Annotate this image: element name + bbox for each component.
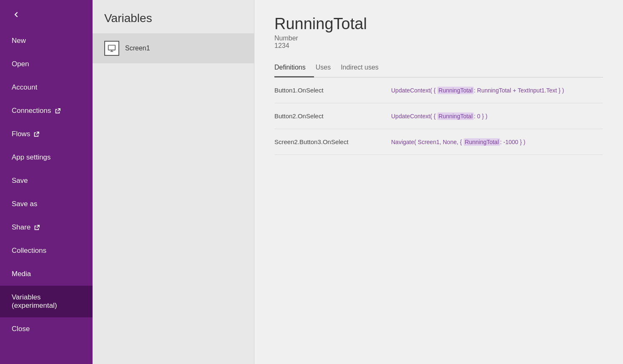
screen-item[interactable]: Screen1 — [93, 33, 254, 63]
panel-title: Variables — [93, 0, 254, 33]
sidebar-item-close[interactable]: Close — [0, 317, 93, 341]
formula-cell: UpdateContext( { RunningTotal: 0 } ) — [391, 103, 603, 129]
sidebar-item-label: Flows — [12, 130, 30, 138]
external-link-icon — [55, 108, 60, 114]
variable-type: Number — [274, 35, 603, 42]
control-name: Screen2.Button3.OnSelect — [274, 129, 391, 155]
screen-icon — [104, 41, 119, 56]
svg-rect-0 — [108, 45, 116, 50]
sidebar-item-save[interactable]: Save — [0, 169, 93, 192]
sidebar-item-label: Open — [12, 60, 29, 68]
external-link-icon — [33, 131, 39, 137]
tab-indirect-uses[interactable]: Indirect uses — [339, 60, 387, 77]
sidebar-item-label: Close — [12, 325, 30, 333]
variable-name: RunningTotal — [274, 15, 603, 33]
sidebar-item-connections[interactable]: Connections — [0, 99, 93, 122]
sidebar-item-open[interactable]: Open — [0, 52, 93, 76]
sidebar-item-label: Share — [12, 223, 30, 232]
control-name: Button1.OnSelect — [274, 77, 391, 103]
tabs: Definitions Uses Indirect uses — [274, 60, 603, 77]
formula-link[interactable]: Navigate( Screen1, None, { RunningTotal:… — [391, 138, 525, 146]
sidebar-item-label: Save as — [12, 200, 37, 208]
external-link-icon — [34, 224, 40, 230]
control-name: Button2.OnSelect — [274, 103, 391, 129]
variable-value: 1234 — [274, 42, 603, 50]
formula-cell: Navigate( Screen1, None, { RunningTotal:… — [391, 129, 603, 155]
sidebar-item-label: Collections — [12, 247, 46, 255]
sidebar-item-share[interactable]: Share — [0, 216, 93, 239]
table-row: Button1.OnSelect UpdateContext( { Runnin… — [274, 77, 603, 103]
table-row: Button2.OnSelect UpdateContext( { Runnin… — [274, 103, 603, 129]
formula-link[interactable]: UpdateContext( { RunningTotal: RunningTo… — [391, 87, 564, 94]
screen-label: Screen1 — [125, 45, 150, 52]
formula-link[interactable]: UpdateContext( { RunningTotal: 0 } ) — [391, 112, 487, 120]
formula-cell: UpdateContext( { RunningTotal: RunningTo… — [391, 77, 603, 103]
sidebar-item-label: Save — [12, 177, 28, 185]
sidebar-item-new[interactable]: New — [0, 29, 93, 52]
tab-uses[interactable]: Uses — [314, 60, 339, 77]
sidebar-item-label: Account — [12, 83, 37, 92]
table-row: Screen2.Button3.OnSelect Navigate( Scree… — [274, 129, 603, 155]
sidebar-item-label: App settings — [12, 153, 51, 162]
sidebar-item-flows[interactable]: Flows — [0, 122, 93, 146]
middle-panel: Variables Screen1 — [93, 0, 254, 364]
main-content: RunningTotal Number 1234 Definitions Use… — [254, 0, 623, 364]
tab-definitions[interactable]: Definitions — [274, 60, 314, 77]
sidebar-item-media[interactable]: Media — [0, 262, 93, 286]
sidebar: New Open Account Connections Flows App s… — [0, 0, 93, 364]
sidebar-item-label: Variables (experimental) — [12, 293, 81, 310]
sidebar-item-label: New — [12, 37, 26, 45]
sidebar-item-variables[interactable]: Variables (experimental) — [0, 286, 93, 317]
back-button[interactable] — [0, 0, 93, 29]
sidebar-item-save-as[interactable]: Save as — [0, 192, 93, 216]
sidebar-item-label: Media — [12, 270, 31, 278]
sidebar-item-collections[interactable]: Collections — [0, 239, 93, 262]
sidebar-item-account[interactable]: Account — [0, 76, 93, 99]
definitions-table: Button1.OnSelect UpdateContext( { Runnin… — [274, 77, 603, 155]
sidebar-item-label: Connections — [12, 107, 51, 115]
sidebar-item-app-settings[interactable]: App settings — [0, 146, 93, 169]
